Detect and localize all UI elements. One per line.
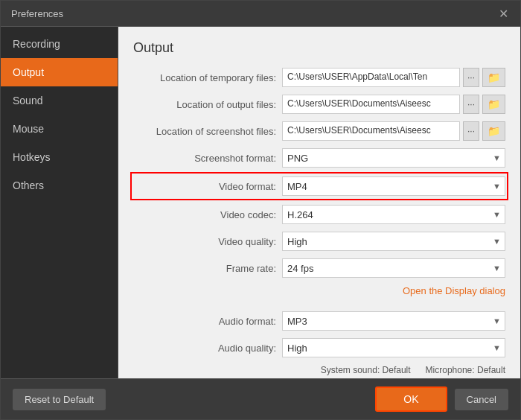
screenshot-files-row: Location of screenshot files: C:\Users\U…: [133, 121, 505, 141]
frame-rate-value: 24 fps 30 fps 60 fps ▼: [282, 258, 505, 278]
sidebar-item-sound[interactable]: Sound: [1, 86, 118, 115]
temp-files-dots-button[interactable]: ···: [463, 68, 479, 87]
system-sound-info: System sound: Default: [321, 365, 411, 375]
title-bar: Preferences ✕: [1, 1, 520, 27]
video-format-select[interactable]: MP4 AVI MOV WMV: [282, 176, 505, 196]
video-quality-value: High Medium Low ▼: [282, 232, 505, 251]
temp-files-label: Location of temporary files:: [133, 72, 282, 83]
temp-files-value: C:\Users\USER\AppData\Local\Ten ··· 📁: [282, 68, 505, 87]
frame-rate-select[interactable]: 24 fps 30 fps 60 fps: [282, 258, 505, 278]
sidebar: Recording Output Sound Mouse Hotkeys Oth…: [1, 27, 118, 378]
screenshot-files-value: C:\Users\USER\Documents\Aiseesc ··· 📁: [282, 121, 505, 141]
screenshot-format-label: Screenshot format:: [133, 153, 282, 164]
close-button[interactable]: ✕: [496, 7, 510, 20]
video-quality-select-wrapper: High Medium Low ▼: [282, 232, 505, 251]
microphone-label: Microphone:: [426, 365, 477, 375]
screenshot-files-dots-button[interactable]: ···: [463, 121, 479, 141]
audio-quality-select[interactable]: High Medium Low: [282, 338, 505, 357]
audio-quality-label: Audio quality:: [133, 343, 282, 354]
frame-rate-row: Frame rate: 24 fps 30 fps 60 fps ▼: [133, 258, 505, 278]
temp-files-path: C:\Users\USER\AppData\Local\Ten: [282, 68, 460, 87]
microphone-value: Default: [477, 365, 505, 375]
screenshot-files-folder-button[interactable]: 📁: [482, 121, 505, 141]
open-display-dialog-link[interactable]: Open the Display dialog: [403, 285, 505, 296]
display-dialog-link-row: Open the Display dialog: [133, 285, 505, 296]
main-area: Recording Output Sound Mouse Hotkeys Oth…: [1, 27, 520, 378]
system-sound-label: System sound:: [321, 365, 383, 375]
video-codec-select[interactable]: H.264 H.265: [282, 205, 505, 224]
temp-files-folder-button[interactable]: 📁: [482, 68, 505, 87]
output-files-dots-button[interactable]: ···: [463, 95, 479, 114]
audio-format-select-wrapper: MP3 AAC WAV ▼: [282, 311, 505, 331]
screenshot-format-select-wrapper: PNG JPG BMP ▼: [282, 148, 505, 168]
output-files-value: C:\Users\USER\Documents\Aiseesc ··· 📁: [282, 95, 505, 114]
audio-quality-value: High Medium Low ▼: [282, 338, 505, 357]
audio-quality-row: Audio quality: High Medium Low ▼: [133, 338, 505, 357]
screenshot-format-value: PNG JPG BMP ▼: [282, 148, 505, 168]
video-quality-row: Video quality: High Medium Low ▼: [133, 232, 505, 251]
output-files-row: Location of output files: C:\Users\USER\…: [133, 95, 505, 114]
audio-quality-select-wrapper: High Medium Low ▼: [282, 338, 505, 357]
audio-format-value: MP3 AAC WAV ▼: [282, 311, 505, 331]
dialog-title: Preferences: [11, 8, 63, 19]
video-format-row: Video format: MP4 AVI MOV WMV ▼: [133, 175, 505, 197]
sidebar-item-hotkeys[interactable]: Hotkeys: [1, 143, 118, 171]
system-sound-value: Default: [383, 365, 411, 375]
video-quality-select[interactable]: High Medium Low: [282, 232, 505, 251]
audio-format-select[interactable]: MP3 AAC WAV: [282, 311, 505, 331]
screenshot-format-select[interactable]: PNG JPG BMP: [282, 148, 505, 168]
video-quality-label: Video quality:: [133, 236, 282, 247]
output-files-label: Location of output files:: [133, 99, 282, 110]
sidebar-item-mouse[interactable]: Mouse: [1, 115, 118, 143]
audio-format-label: Audio format:: [133, 316, 282, 327]
screenshot-files-path: C:\Users\USER\Documents\Aiseesc: [282, 121, 460, 141]
screenshot-files-label: Location of screenshot files:: [133, 126, 282, 137]
output-files-folder-button[interactable]: 📁: [482, 95, 505, 114]
video-codec-row: Video codec: H.264 H.265 ▼: [133, 205, 505, 224]
bottom-right-buttons: OK Cancel: [375, 386, 508, 412]
video-codec-label: Video codec:: [133, 209, 282, 220]
section-title: Output: [133, 40, 505, 56]
frame-rate-select-wrapper: 24 fps 30 fps 60 fps ▼: [282, 258, 505, 278]
frame-rate-label: Frame rate:: [133, 263, 282, 274]
audio-info-row: System sound: Default Microphone: Defaul…: [133, 365, 505, 375]
audio-format-row: Audio format: MP3 AAC WAV ▼: [133, 311, 505, 331]
reset-to-default-button[interactable]: Reset to Default: [13, 389, 106, 410]
video-format-select-wrapper: MP4 AVI MOV WMV ▼: [282, 176, 505, 196]
preferences-dialog: Preferences ✕ Recording Output Sound Mou…: [0, 0, 521, 420]
cancel-button[interactable]: Cancel: [455, 389, 508, 410]
sidebar-item-others[interactable]: Others: [1, 171, 118, 200]
video-format-label: Video format:: [133, 181, 282, 192]
video-format-value: MP4 AVI MOV WMV ▼: [282, 176, 505, 196]
sidebar-item-recording[interactable]: Recording: [1, 30, 118, 58]
screenshot-format-row: Screenshot format: PNG JPG BMP ▼: [133, 148, 505, 168]
output-files-path: C:\Users\USER\Documents\Aiseesc: [282, 95, 460, 114]
ok-button[interactable]: OK: [375, 386, 447, 412]
microphone-info: Microphone: Default: [426, 365, 505, 375]
video-codec-value: H.264 H.265 ▼: [282, 205, 505, 224]
video-codec-select-wrapper: H.264 H.265 ▼: [282, 205, 505, 224]
content-area: Output Location of temporary files: C:\U…: [118, 27, 520, 378]
temp-files-row: Location of temporary files: C:\Users\US…: [133, 68, 505, 87]
sidebar-item-output[interactable]: Output: [1, 58, 118, 86]
bottom-bar: Reset to Default OK Cancel: [1, 378, 520, 419]
